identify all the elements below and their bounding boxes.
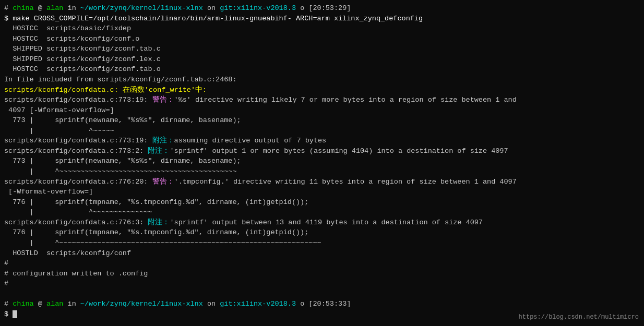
terminal-line: scripts/kconfig/confdata.c:773:2: 附注：'sp… bbox=[4, 146, 640, 156]
watermark: https://blog.csdn.net/multimicro bbox=[519, 313, 639, 322]
terminal-line: [-Wformat-overflow=] bbox=[4, 187, 640, 197]
terminal-line: scripts/kconfig/confdata.c:776:3: 附注：'sp… bbox=[4, 218, 640, 228]
terminal-line: | ^~~~~~~~~~~~~~~~~~~~~~~~~~~~~~~~~~~~~~… bbox=[4, 166, 640, 177]
terminal-line: scripts/kconfig/confdata.c: 在函数'conf_wri… bbox=[4, 85, 640, 95]
terminal-line: # bbox=[4, 279, 640, 289]
terminal-line: 776 | sprintf(tmpname, "%s.tmpconfig.%d"… bbox=[4, 197, 640, 208]
terminal-line: SHIPPED scripts/kconfig/zconf.lex.c bbox=[4, 54, 640, 65]
terminal-line: 4097 [-Wformat-overflow=] bbox=[4, 105, 640, 116]
terminal-line: In file included from scripts/kconfig/zc… bbox=[4, 75, 640, 85]
terminal-line: HOSTCC scripts/kconfig/conf.o bbox=[4, 34, 640, 44]
terminal-line: | ^~~~~~~~~~~~~~~ bbox=[4, 207, 640, 218]
terminal-line: HOSTCC scripts/basic/fixdep bbox=[4, 23, 640, 34]
terminal-line: HOSTLD scripts/kconfig/conf bbox=[4, 248, 640, 259]
terminal-line: scripts/kconfig/confdata.c:773:19: 警告：'%… bbox=[4, 95, 640, 105]
terminal-line: # bbox=[4, 258, 640, 269]
terminal-line: SHIPPED scripts/kconfig/zconf.tab.c bbox=[4, 44, 640, 54]
terminal-line: | ^~~~~~~~~~~~~~~~~~~~~~~~~~~~~~~~~~~~~~… bbox=[4, 238, 640, 248]
terminal-line: # china @ alan in ~/work/zynq/kernel/lin… bbox=[4, 3, 640, 14]
cursor bbox=[13, 310, 17, 318]
terminal-line: # china @ alan in ~/work/zynq/kernel/lin… bbox=[4, 299, 640, 309]
terminal-line: # configuration written to .config bbox=[4, 269, 640, 279]
terminal-line: 773 | sprintf(newname, "%s%s", dirname, … bbox=[4, 115, 640, 126]
terminal-line: scripts/kconfig/confdata.c:776:20: 警告：'.… bbox=[4, 177, 640, 187]
terminal-line: 773 | sprintf(newname, "%s%s", dirname, … bbox=[4, 156, 640, 166]
terminal-line: 776 | sprintf(tmpname, "%s.tmpconfig.%d"… bbox=[4, 227, 640, 238]
terminal-line: HOSTCC scripts/kconfig/zconf.tab.o bbox=[4, 64, 640, 75]
terminal: # china @ alan in ~/work/zynq/kernel/lin… bbox=[0, 0, 644, 326]
terminal-line: scripts/kconfig/confdata.c:773:19: 附注：as… bbox=[4, 136, 640, 146]
terminal-line: $ make CROSS_COMPILE=/opt/toolschain/lin… bbox=[4, 14, 640, 24]
terminal-line bbox=[4, 289, 640, 299]
terminal-line: | ^~~~~~ bbox=[4, 126, 640, 136]
